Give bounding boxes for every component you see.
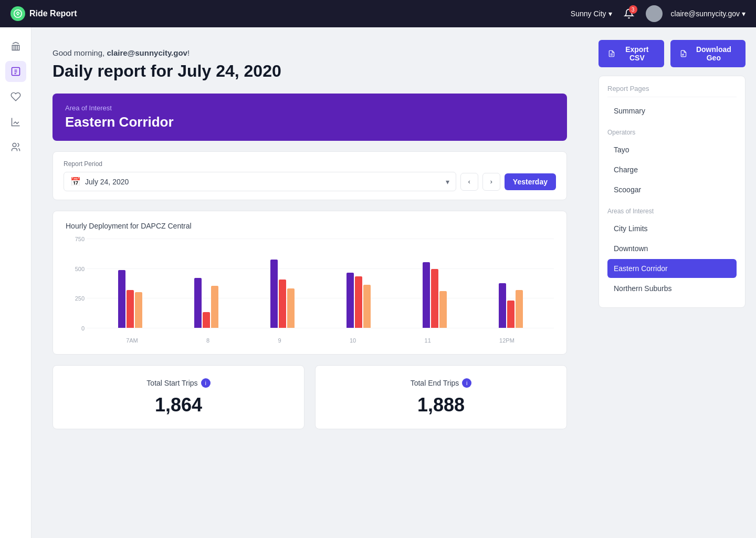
- svg-rect-3: [12, 68, 19, 76]
- x-label-10: 10: [350, 337, 356, 344]
- stat-card-start-trips: Total Start Trips i 1,864: [52, 365, 304, 429]
- bars-container: [87, 239, 554, 328]
- bar-group-11: [423, 262, 447, 328]
- bar-purple-8: [194, 278, 202, 328]
- x-label-11: 11: [425, 337, 431, 344]
- city-selector[interactable]: Sunny City ▾: [571, 9, 612, 18]
- notification-badge: 3: [629, 5, 637, 14]
- panel-item-charge[interactable]: Charge: [607, 160, 737, 179]
- bar-peach-8: [211, 286, 218, 328]
- aoi-name: Eastern Corridor: [65, 114, 554, 130]
- user-chevron-icon: ▾: [742, 9, 746, 18]
- export-csv-label: Export CSV: [620, 45, 655, 62]
- bar-red-10: [355, 276, 362, 328]
- logo-text: Ride Report: [29, 9, 77, 18]
- bar-purple-7am: [118, 270, 125, 328]
- greeting-text: Good morning,: [52, 48, 107, 57]
- user-menu[interactable]: claire@sunnycity.gov ▾: [671, 9, 746, 18]
- city-name: Sunny City: [571, 9, 606, 18]
- report-pages-panel: Report Pages Summary Operators Tayo Char…: [598, 76, 746, 308]
- bar-red-12pm: [507, 301, 514, 328]
- period-label: Report Period: [64, 160, 556, 168]
- bar-red-9: [279, 280, 286, 328]
- aoi-label: Area of Interest: [65, 104, 554, 112]
- right-panel: Export CSV Download Geo Report Pages Sum…: [588, 27, 756, 538]
- greeting-suffix: !: [187, 48, 190, 57]
- download-geo-label: Download Geo: [691, 45, 736, 62]
- end-trips-label: Total End Trips i: [328, 378, 554, 388]
- svg-point-1: [17, 14, 18, 15]
- sidebar-item-analytics[interactable]: [5, 111, 26, 132]
- notification-button[interactable]: 3: [621, 5, 637, 22]
- bar-peach-9: [287, 288, 295, 328]
- main-content: Good morning, claire@sunnycity.gov! Dail…: [32, 27, 588, 538]
- panel-item-downtown[interactable]: Downtown: [607, 239, 737, 258]
- bar-purple-10: [346, 273, 354, 328]
- bar-group-12pm: [499, 283, 523, 328]
- x-label-9: 9: [278, 337, 281, 344]
- stats-row: Total Start Trips i 1,864 Total End Trip…: [52, 365, 567, 429]
- bar-purple-11: [423, 262, 430, 328]
- bar-red-11: [431, 269, 438, 328]
- panel-item-summary[interactable]: Summary: [607, 101, 737, 120]
- report-pages-title: Report Pages: [607, 85, 737, 97]
- panel-item-city-limits[interactable]: City Limits: [607, 219, 737, 238]
- start-trips-info-icon[interactable]: i: [201, 378, 211, 388]
- start-trips-value: 1,864: [66, 394, 291, 416]
- bar-purple-9: [270, 260, 278, 328]
- areas-label: Areas of Interest: [607, 205, 737, 217]
- bar-group-9: [270, 260, 295, 328]
- period-row: 📅 July 24, 2020 ▾ ‹ › Yesterday: [64, 172, 556, 191]
- bar-red-8: [203, 312, 210, 328]
- calendar-icon: 📅: [70, 177, 81, 187]
- panel-item-scoogar[interactable]: Scoogar: [607, 180, 737, 199]
- sidebar-item-government[interactable]: [5, 36, 26, 57]
- bar-red-7am: [127, 290, 134, 328]
- action-row: Export CSV Download Geo: [598, 40, 746, 67]
- x-label-7am: 7AM: [126, 337, 138, 344]
- sidebar-item-favorites[interactable]: [5, 86, 26, 107]
- chart-card: Hourly Deployment for DAPCZ Central 750 …: [52, 211, 567, 355]
- stat-card-end-trips: Total End Trips i 1,888: [315, 365, 567, 429]
- period-card: Report Period 📅 July 24, 2020 ▾ ‹ › Yest…: [52, 151, 567, 200]
- prev-date-button[interactable]: ‹: [460, 173, 478, 191]
- selected-date: July 24, 2020: [85, 178, 129, 186]
- bar-peach-11: [439, 291, 447, 328]
- bar-purple-12pm: [499, 283, 506, 328]
- sidebar: [0, 27, 32, 538]
- next-date-button[interactable]: ›: [482, 173, 500, 191]
- bar-group-8: [194, 278, 218, 328]
- x-label-12pm: 12PM: [499, 337, 514, 344]
- date-chevron-icon: ▾: [446, 178, 449, 186]
- download-geo-button[interactable]: Download Geo: [670, 40, 746, 67]
- top-navigation: Ride Report Sunny City ▾ 3 claire@sunnyc…: [0, 0, 756, 27]
- page-title: Daily report for July 24, 2020: [52, 61, 567, 81]
- chart-title: Hourly Deployment for DAPCZ Central: [66, 222, 554, 230]
- end-trips-info-icon[interactable]: i: [462, 378, 471, 388]
- operators-group: Operators Tayo Charge Scoogar: [607, 127, 737, 199]
- panel-item-eastern-corridor[interactable]: Eastern Corridor: [607, 259, 737, 278]
- panel-item-northern-suburbs[interactable]: Northern Suburbs: [607, 279, 737, 298]
- export-csv-button[interactable]: Export CSV: [598, 40, 664, 67]
- sidebar-item-reports[interactable]: [5, 61, 26, 82]
- city-chevron-icon: ▾: [608, 9, 612, 18]
- bar-group-7am: [118, 270, 142, 328]
- chart-area: 750 500 250 0: [66, 239, 554, 344]
- aoi-card: Area of Interest Eastern Corridor: [52, 94, 567, 141]
- user-email: claire@sunnycity.gov: [671, 9, 740, 18]
- panel-item-tayo[interactable]: Tayo: [607, 140, 737, 159]
- x-labels: 7AM 8 9 10 11 12PM: [87, 337, 554, 344]
- operators-label: Operators: [607, 127, 737, 138]
- logo-area: Ride Report: [10, 6, 77, 21]
- areas-group: Areas of Interest City Limits Downtown E…: [607, 205, 737, 298]
- yesterday-button[interactable]: Yesterday: [505, 173, 556, 190]
- logo-icon: [10, 6, 25, 21]
- date-selector[interactable]: 📅 July 24, 2020 ▾: [64, 172, 456, 191]
- bar-peach-10: [363, 285, 371, 328]
- greeting: Good morning, claire@sunnycity.gov!: [52, 48, 567, 57]
- topnav-right: Sunny City ▾ 3 claire@sunnycity.gov ▾: [571, 5, 746, 22]
- svg-point-2: [652, 10, 656, 14]
- sidebar-item-users[interactable]: [5, 137, 26, 158]
- greeting-name: claire@sunnycity.gov: [107, 48, 187, 57]
- start-trips-label: Total Start Trips i: [66, 378, 291, 388]
